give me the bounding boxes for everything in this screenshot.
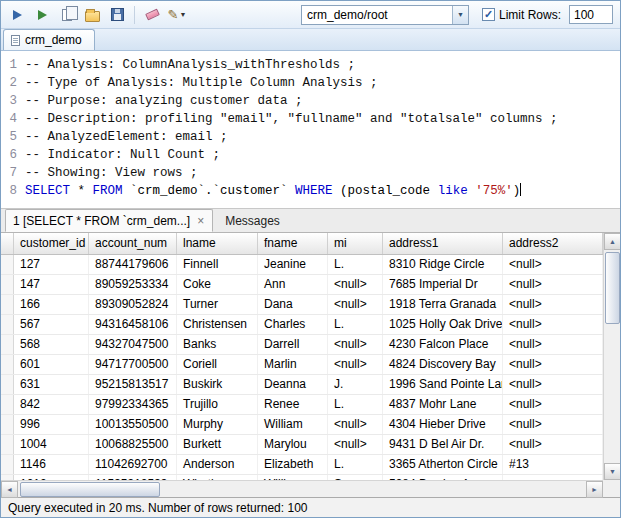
table-cell[interactable]: J. — [328, 375, 383, 394]
sql-editor[interactable]: 1-- Analysis: ColumnAnalysis_withThresho… — [1, 51, 620, 209]
editor-line[interactable]: 1-- Analysis: ColumnAnalysis_withThresho… — [1, 56, 620, 74]
vertical-scrollbar[interactable]: ▲ ▼ — [603, 233, 620, 480]
table-cell[interactable]: 95215813517 — [89, 375, 177, 394]
row-selector[interactable] — [1, 435, 14, 454]
editor-line[interactable]: 5-- AnalyzedElement: email ; — [1, 128, 620, 146]
copy-icon[interactable] — [56, 4, 78, 26]
table-cell[interactable]: <null> — [503, 355, 603, 374]
table-cell[interactable]: 601 — [14, 355, 89, 374]
table-cell[interactable]: William — [258, 415, 328, 434]
edit-icon[interactable]: ✎ ▼ — [166, 4, 188, 26]
limit-rows-input[interactable] — [569, 5, 613, 24]
table-cell[interactable]: <null> — [503, 255, 603, 274]
row-selector[interactable] — [1, 375, 14, 394]
table-cell[interactable]: Coriell — [177, 355, 258, 374]
table-row[interactable]: 56894327047500BanksDarrell<null>4230 Fal… — [1, 335, 603, 355]
table-cell[interactable]: <null> — [503, 295, 603, 314]
table-cell[interactable]: <null> — [328, 275, 383, 294]
row-selector[interactable] — [1, 355, 14, 374]
editor-line[interactable]: 7-- Showing: View rows ; — [1, 164, 620, 182]
table-cell[interactable]: 9431 D Bel Air Dr. — [383, 435, 503, 454]
column-header-address2[interactable]: address2 — [503, 233, 603, 254]
table-row[interactable]: 84297992334365TrujilloReneeL.4837 Mohr L… — [1, 395, 603, 415]
table-cell[interactable]: Banks — [177, 335, 258, 354]
table-row[interactable]: 12788744179606FinnellJeanineL.8310 Ridge… — [1, 255, 603, 275]
table-cell[interactable]: Trujillo — [177, 395, 258, 414]
table-cell[interactable]: Burkett — [177, 435, 258, 454]
table-cell[interactable]: Finnell — [177, 255, 258, 274]
scroll-left-icon[interactable]: ◄ — [1, 481, 18, 498]
table-cell[interactable]: <null> — [328, 335, 383, 354]
table-cell[interactable]: Charles — [258, 315, 328, 334]
table-cell[interactable]: 4837 Mohr Lane — [383, 395, 503, 414]
table-cell[interactable]: Ann — [258, 275, 328, 294]
table-cell[interactable]: <null> — [503, 335, 603, 354]
scroll-up-icon[interactable]: ▲ — [604, 233, 621, 250]
row-selector-header[interactable] — [1, 233, 14, 254]
table-cell[interactable]: 3365 Atherton Circle — [383, 455, 503, 474]
table-cell[interactable]: <null> — [328, 415, 383, 434]
column-header-mi[interactable]: mi — [328, 233, 383, 254]
table-cell[interactable]: L. — [328, 255, 383, 274]
row-selector[interactable] — [1, 415, 14, 434]
table-cell[interactable]: 7685 Imperial Dr — [383, 275, 503, 294]
table-cell[interactable]: 4824 Discovery Bay — [383, 355, 503, 374]
horizontal-scrollbar[interactable]: ◄ ► — [1, 480, 603, 497]
table-cell[interactable]: L. — [328, 315, 383, 334]
row-selector[interactable] — [1, 295, 14, 314]
table-cell[interactable]: 11042692700 — [89, 455, 177, 474]
table-cell[interactable]: Deanna — [258, 375, 328, 394]
table-cell[interactable]: #13 — [503, 455, 603, 474]
row-selector[interactable] — [1, 315, 14, 334]
table-cell[interactable]: Buskirk — [177, 375, 258, 394]
table-cell[interactable]: 97992334365 — [89, 395, 177, 414]
scroll-right-icon[interactable]: ► — [586, 481, 603, 498]
run-icon[interactable] — [6, 4, 28, 26]
table-cell[interactable]: Coke — [177, 275, 258, 294]
table-row[interactable]: 14789059253334CokeAnn<null>7685 Imperial… — [1, 275, 603, 295]
table-cell[interactable]: 94327047500 — [89, 335, 177, 354]
table-row[interactable]: 56794316458106ChristensenCharlesL.1025 H… — [1, 315, 603, 335]
table-cell[interactable]: 8310 Ridge Circle — [383, 255, 503, 274]
table-cell[interactable]: <null> — [503, 315, 603, 334]
table-row[interactable]: 100410068825500BurkettMarylou<null>9431 … — [1, 435, 603, 455]
scroll-down-icon[interactable]: ▼ — [604, 463, 621, 480]
table-cell[interactable]: 842 — [14, 395, 89, 414]
table-cell[interactable]: <null> — [328, 355, 383, 374]
table-cell[interactable]: Darrell — [258, 335, 328, 354]
table-cell[interactable]: 89059253334 — [89, 275, 177, 294]
table-cell[interactable]: 1025 Holly Oak Drive — [383, 315, 503, 334]
table-cell[interactable]: Marylou — [258, 435, 328, 454]
table-cell[interactable]: 567 — [14, 315, 89, 334]
editor-line[interactable]: 8SELECT * FROM `crm_demo`.`customer` WHE… — [1, 182, 620, 200]
table-cell[interactable]: 94316458106 — [89, 315, 177, 334]
editor-tab-crm-demo[interactable]: crm_demo — [3, 29, 95, 50]
editor-line[interactable]: 6-- Indicator: Null Count ; — [1, 146, 620, 164]
table-row[interactable]: 16689309052824TurnerDana<null>1918 Terra… — [1, 295, 603, 315]
table-cell[interactable]: L. — [328, 455, 383, 474]
table-cell[interactable]: L. — [328, 395, 383, 414]
limit-rows-checkbox[interactable]: ✓ — [482, 8, 495, 21]
run-all-icon[interactable] — [31, 4, 53, 26]
results-tab-query[interactable]: 1 [SELECT * FROM `crm_dem...] × — [5, 209, 213, 232]
row-selector[interactable] — [1, 335, 14, 354]
table-cell[interactable]: Murphy — [177, 415, 258, 434]
horizontal-scroll-thumb[interactable] — [20, 482, 160, 497]
save-icon[interactable] — [106, 4, 128, 26]
table-cell[interactable]: <null> — [503, 415, 603, 434]
table-cell[interactable]: 1996 Sand Pointe Lane — [383, 375, 503, 394]
table-cell[interactable]: Marlin — [258, 355, 328, 374]
table-cell[interactable]: 166 — [14, 295, 89, 314]
table-cell[interactable]: Jeanine — [258, 255, 328, 274]
table-cell[interactable]: Turner — [177, 295, 258, 314]
table-cell[interactable]: 4230 Falcon Place — [383, 335, 503, 354]
table-cell[interactable]: 1004 — [14, 435, 89, 454]
column-header-fname[interactable]: fname — [258, 233, 328, 254]
table-cell[interactable]: <null> — [328, 435, 383, 454]
row-selector[interactable] — [1, 395, 14, 414]
table-cell[interactable]: Anderson — [177, 455, 258, 474]
table-row[interactable]: 114611042692700AndersonElizabethL.3365 A… — [1, 455, 603, 475]
table-cell[interactable]: 996 — [14, 415, 89, 434]
table-cell[interactable]: 10013550500 — [89, 415, 177, 434]
table-cell[interactable]: 4304 Hieber Drive — [383, 415, 503, 434]
